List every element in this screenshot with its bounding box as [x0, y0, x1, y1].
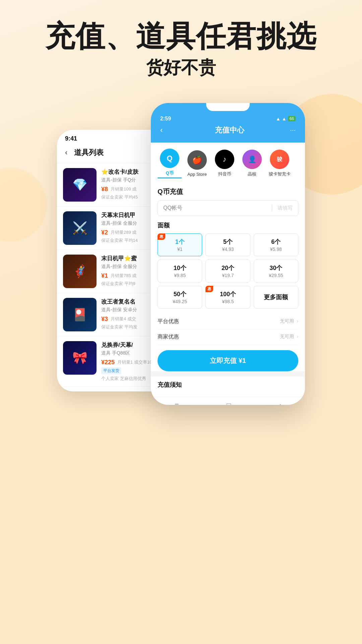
- denom-count: 10个: [161, 264, 199, 272]
- left-status-time: 9:41: [65, 135, 77, 142]
- denom-6[interactable]: 6个 ¥5.98: [254, 233, 298, 256]
- item-sales: 月销量4 成交: [111, 316, 136, 322]
- denom-price: ¥5.98: [257, 247, 295, 252]
- item-price: ¥225: [101, 359, 115, 366]
- qq-icon: Q: [160, 149, 179, 168]
- recharge-section-title: Q币充值: [158, 182, 298, 200]
- nav-home-icon[interactable]: □: [227, 401, 231, 405]
- promo-arrow-icon: ›: [297, 334, 298, 339]
- tab-appstore[interactable]: 🍎 App Store: [185, 150, 209, 177]
- denom-price: ¥29.55: [257, 273, 295, 278]
- denom-count: 20个: [208, 264, 247, 272]
- merchant-promo-label: 商家优惠: [158, 333, 179, 340]
- denom-count: 6个: [257, 238, 295, 246]
- header-section: 充值、道具任君挑选 货好不贵: [0, 0, 362, 90]
- right-header-title: 充值中心: [169, 125, 290, 135]
- denom-price: ¥1: [161, 247, 199, 252]
- header-subtitle: 货好不贵: [0, 56, 362, 79]
- item-price: ¥1: [101, 272, 108, 279]
- tab-active-indicator: [158, 177, 182, 178]
- tab-tiktok-label: 抖音币: [218, 171, 231, 177]
- item-sales: 月销量109 成: [111, 186, 136, 192]
- charge-button[interactable]: 立即充值 ¥1: [158, 350, 298, 371]
- right-phone-header: ‹ 充值中心 ···: [151, 122, 305, 143]
- signal-icon: ▲: [276, 116, 281, 121]
- item-price: ¥8: [101, 186, 108, 193]
- right-phone-status: 2:59 ▲ ▲ 66: [151, 111, 305, 122]
- denom-30[interactable]: 30个 ¥29.55: [254, 260, 298, 282]
- item-thumbnail: 🦸: [63, 255, 97, 288]
- phone-notch: [206, 103, 250, 111]
- wifi-icon: ▲: [282, 116, 287, 121]
- tab-qq-label: Q币: [166, 170, 173, 176]
- right-status-time: 2:59: [160, 116, 171, 122]
- promo-arrow-icon: ›: [297, 318, 298, 324]
- denom-20[interactable]: 20个 ¥19.7: [205, 260, 250, 282]
- nav-back-icon[interactable]: ‹: [279, 401, 281, 405]
- item-sales: 月销量289 成: [111, 229, 136, 235]
- notice-section: 充值须知: [151, 377, 305, 397]
- tab-appstore-label: App Store: [187, 172, 207, 177]
- denom-price: ¥98.5: [208, 299, 247, 304]
- tiktok-icon: ♪: [215, 150, 234, 169]
- denom-count: 30个: [257, 264, 295, 272]
- denom-50[interactable]: 50个 ¥49.25: [158, 286, 202, 309]
- input-divider: [272, 205, 272, 211]
- left-nav-title: 道具列表: [74, 148, 104, 158]
- right-phone: 2:59 ▲ ▲ 66 ‹ 充值中心 ··· Q Q币: [151, 103, 305, 405]
- item-price: ¥2: [101, 229, 108, 236]
- header-title: 充值、道具任君挑选: [0, 20, 362, 53]
- tab-qq[interactable]: Q Q币: [158, 149, 182, 178]
- thumb-emoji: 🦸: [63, 255, 97, 288]
- notch-container: [151, 103, 305, 111]
- back-icon[interactable]: ‹: [65, 148, 67, 157]
- nav-menu-icon[interactable]: ≡: [175, 401, 179, 405]
- denom-more-label: 更多面额: [264, 293, 288, 301]
- merchant-promo-row[interactable]: 商家优惠 无可用 ›: [158, 329, 298, 345]
- phones-container: 9:41 ‹ 道具列表 💎 ⭐改名卡/皮肤 道具-担保 手Q分 ¥8 月销量10…: [0, 90, 362, 425]
- denom-price: ¥9.85: [161, 273, 199, 278]
- denom-count: 1个: [161, 238, 199, 246]
- input-placeholder: 请填写: [278, 205, 293, 211]
- denom-1[interactable]: 1个 ¥1: [158, 233, 202, 256]
- denom-5[interactable]: 5个 ¥4.93: [205, 233, 250, 256]
- platform-promo-value: 无可用 ›: [280, 318, 298, 324]
- item-thumbnail: ⚔️: [63, 211, 97, 245]
- denom-price: ¥49.25: [161, 299, 199, 304]
- tab-tiktok[interactable]: ♪ 抖音币: [213, 150, 237, 177]
- denom-10[interactable]: 10个 ¥9.85: [158, 260, 202, 282]
- battery-icon: 66: [288, 116, 296, 121]
- platform-promo-label: 平台优惠: [158, 318, 179, 325]
- item-thumbnail: 🎴: [63, 298, 97, 331]
- merchant-promo-value: 无可用 ›: [280, 334, 298, 340]
- thumb-emoji: ⚔️: [63, 211, 97, 245]
- thumb-emoji: 🎴: [63, 298, 97, 331]
- bottom-nav: ≡ □ ‹: [151, 397, 305, 405]
- status-icons: ▲ ▲ 66: [276, 116, 296, 121]
- item-thumbnail: 💎: [63, 168, 97, 202]
- tab-icons-row: Q Q币 🍎 App Store ♪ 抖音币 👤: [151, 143, 305, 182]
- denom-price: ¥4.93: [208, 247, 247, 252]
- more-icon[interactable]: ···: [290, 126, 296, 134]
- apple-icon: 🍎: [187, 150, 207, 170]
- tab-junka-label: 骏卡智充卡: [269, 171, 291, 177]
- qq-account-input-row[interactable]: QQ帐号 请填写: [158, 200, 298, 216]
- platform-promo-row[interactable]: 平台优惠 无可用 ›: [158, 314, 298, 329]
- tab-jinghe[interactable]: 👤 晶核: [240, 150, 264, 177]
- item-sales: 月销量785 成: [111, 273, 136, 279]
- recharge-content: Q币充值 QQ帐号 请填写 面额 1个 ¥1 5个 ¥4.93: [151, 182, 305, 371]
- denom-price: ¥19.7: [208, 273, 247, 278]
- tab-jinghe-label: 晶核: [248, 171, 256, 177]
- right-back-icon[interactable]: ‹: [160, 126, 163, 135]
- platform-tag: 平台发货: [101, 367, 121, 374]
- item-thumbnail: 🎀: [63, 341, 97, 375]
- notice-title: 充值须知: [158, 377, 298, 391]
- denomination-grid: 1个 ¥1 5个 ¥4.93 6个 ¥5.98 10个 ¥9.85 20个: [158, 233, 298, 309]
- denom-count: 5个: [208, 238, 247, 246]
- denom-more[interactable]: 更多面额: [254, 286, 298, 309]
- tab-junka[interactable]: 骏 骏卡智充卡: [267, 150, 292, 177]
- input-label: QQ帐号: [163, 205, 266, 212]
- denom-100[interactable]: 100个 ¥98.5: [205, 286, 250, 309]
- denom-count: 100个: [208, 290, 247, 298]
- denomination-label: 面额: [158, 221, 298, 229]
